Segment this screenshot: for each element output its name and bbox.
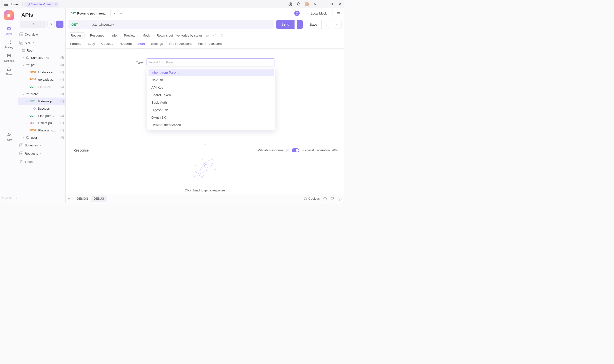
request-subtabs: Params Body Cookies Headers Auth Setting… bbox=[66, 39, 344, 49]
subtab-settings[interactable]: Settings bbox=[151, 42, 163, 48]
close-window-icon[interactable] bbox=[337, 1, 343, 7]
home-tab[interactable]: Home bbox=[2, 1, 20, 7]
rail-settings[interactable]: Settings bbox=[2, 52, 16, 64]
environment-select[interactable]: Lo Local Mock ⌄ bbox=[302, 10, 333, 17]
pet-folder[interactable]: ⌄ pet (3) bbox=[18, 61, 65, 68]
subtab-postprocessors[interactable]: Post Processors bbox=[198, 42, 222, 48]
api-row-deprecated[interactable]: › GET Finds Pe... (1) bbox=[18, 83, 65, 90]
chevron-right-icon[interactable]: › bbox=[25, 129, 28, 132]
method-select[interactable]: GET ⌄ bbox=[68, 20, 90, 29]
dropdown-option[interactable]: No Auth bbox=[148, 76, 274, 84]
keyboard-icon[interactable] bbox=[323, 197, 327, 201]
sample-apis-folder[interactable]: › Sample APIs (5) bbox=[18, 54, 65, 61]
api-row[interactable]: › POST Updates a... (1) bbox=[18, 68, 65, 76]
subtab-headers[interactable]: Headers bbox=[120, 42, 132, 48]
response-status-select[interactable]: successful operation (200) ⌄ bbox=[302, 149, 341, 152]
chevron-down-icon[interactable]: ⌄ bbox=[25, 100, 28, 103]
dropdown-option[interactable]: Digest Auth bbox=[148, 106, 274, 114]
chevron-down-icon[interactable]: ⌄ bbox=[22, 64, 25, 66]
collapse-panel-icon[interactable]: « bbox=[68, 197, 70, 200]
validate-toggle[interactable] bbox=[292, 148, 299, 152]
filter-button[interactable] bbox=[47, 21, 55, 28]
rail-share[interactable]: Share bbox=[2, 65, 16, 78]
minimize-icon[interactable] bbox=[321, 1, 326, 7]
subtab-params[interactable]: Params bbox=[70, 42, 81, 48]
subtab-preprocessors[interactable]: Pre Processors bbox=[169, 42, 192, 48]
mode-debug[interactable]: DEBUG bbox=[91, 196, 107, 202]
sync-badge[interactable] bbox=[294, 11, 300, 16]
root-folder[interactable]: Root bbox=[18, 47, 65, 54]
bell-icon[interactable] bbox=[296, 1, 301, 7]
close-icon[interactable]: ✕ bbox=[54, 2, 57, 6]
tab-response[interactable]: Response bbox=[88, 33, 106, 38]
rail-apis[interactable]: APIs bbox=[2, 25, 16, 37]
requests-group[interactable]: ☰ Requests ▸ bbox=[18, 149, 65, 157]
feedback-icon[interactable] bbox=[330, 197, 334, 201]
code-icon[interactable] bbox=[213, 34, 217, 37]
chevron-right-icon[interactable]: › bbox=[25, 71, 28, 74]
tab-request[interactable]: Request bbox=[68, 32, 84, 39]
apis-group[interactable]: 96 APIs ▾ bbox=[18, 39, 65, 47]
mode-design[interactable]: DESIGN bbox=[74, 196, 91, 202]
chevron-down-icon[interactable]: ⌄ bbox=[22, 93, 25, 95]
overview-row[interactable]: ▤ Overview bbox=[18, 30, 65, 39]
dropdown-option[interactable]: Bearer Token bbox=[148, 91, 274, 99]
svg-point-7 bbox=[10, 43, 11, 44]
api-row[interactable]: › POST Place an o... (1) bbox=[18, 127, 65, 134]
dropdown-option[interactable]: API Key bbox=[148, 84, 274, 91]
subtab-body[interactable]: Body bbox=[88, 42, 95, 48]
chevron-right-icon[interactable]: › bbox=[25, 122, 28, 124]
search-input[interactable] bbox=[20, 21, 46, 28]
example-row[interactable]: Success bbox=[18, 105, 65, 112]
send-button[interactable]: Send bbox=[276, 20, 295, 29]
project-tab[interactable]: Sample Project ✕ bbox=[25, 2, 59, 7]
api-row[interactable]: › GET Find purc... (1) bbox=[18, 112, 65, 119]
rail-invite[interactable]: Invite bbox=[2, 131, 16, 143]
menu-icon[interactable] bbox=[335, 10, 342, 17]
maximize-icon[interactable] bbox=[329, 1, 334, 7]
link-icon[interactable] bbox=[206, 34, 210, 37]
doc-tab[interactable]: GET Returns pet invent... bbox=[67, 9, 111, 17]
tab-preview[interactable]: Preview bbox=[122, 33, 137, 38]
api-row[interactable]: › POST uploads a... (1) bbox=[18, 76, 65, 83]
new-tab-button[interactable]: + bbox=[111, 10, 118, 17]
tab-mock[interactable]: Mock bbox=[140, 33, 152, 38]
user-folder[interactable]: › user (8) bbox=[18, 134, 65, 141]
cookies-button[interactable]: Cookies bbox=[304, 197, 320, 200]
trash-row[interactable]: Trash bbox=[18, 157, 65, 166]
chevron-right-icon[interactable]: › bbox=[25, 85, 28, 88]
refresh-icon[interactable] bbox=[220, 34, 224, 37]
store-folder[interactable]: ⌄ store (4) bbox=[18, 90, 65, 98]
api-row[interactable]: › DEL Delete pu... (1) bbox=[18, 119, 65, 127]
app-logo[interactable] bbox=[4, 10, 14, 20]
rail-testing[interactable]: Testing bbox=[2, 38, 16, 51]
dropdown-option[interactable]: OAuth 1.0 bbox=[148, 114, 274, 121]
send-dropdown[interactable]: ⌄ bbox=[297, 20, 303, 29]
url-input[interactable]: /store/inventory bbox=[90, 20, 274, 29]
tree-label: Returns p... bbox=[38, 100, 59, 103]
avatar[interactable] bbox=[304, 1, 309, 7]
tab-info[interactable]: Info bbox=[109, 33, 119, 38]
save-dropdown[interactable]: ⌄ bbox=[324, 20, 330, 29]
dropdown-option[interactable]: Hawk Authentication bbox=[148, 121, 274, 129]
dropdown-option[interactable]: Basic Auth bbox=[148, 99, 274, 106]
chevron-right-icon[interactable]: › bbox=[25, 78, 28, 81]
save-button[interactable]: Save bbox=[305, 20, 322, 29]
add-button[interactable]: + bbox=[56, 21, 64, 28]
chevron-right-icon[interactable]: › bbox=[22, 136, 25, 139]
subtab-cookies[interactable]: Cookies bbox=[101, 42, 113, 48]
auth-type-select[interactable]: Inherit from Parent ⌄ bbox=[147, 58, 274, 66]
subtab-auth[interactable]: Auth bbox=[138, 42, 145, 48]
more-button[interactable]: ⋯ bbox=[334, 20, 342, 29]
chevron-right-icon[interactable]: › bbox=[22, 56, 25, 59]
schemas-group[interactable]: ⬡ Schemas ▸ bbox=[18, 141, 65, 149]
chevron-right-icon[interactable]: › bbox=[25, 115, 28, 117]
api-row-selected[interactable]: ⌄ GET Returns p... (1) bbox=[18, 98, 65, 105]
help-icon[interactable]: ? bbox=[286, 149, 289, 152]
tab-more-button[interactable]: ⋯ bbox=[119, 10, 125, 17]
settings-icon[interactable] bbox=[288, 1, 293, 7]
dropdown-option[interactable]: Inherit from Parent bbox=[148, 69, 274, 76]
pin-icon[interactable] bbox=[312, 1, 318, 7]
help-footer-icon[interactable]: ? bbox=[338, 197, 342, 201]
chevron-down-icon[interactable]: ⌄ bbox=[69, 149, 71, 152]
